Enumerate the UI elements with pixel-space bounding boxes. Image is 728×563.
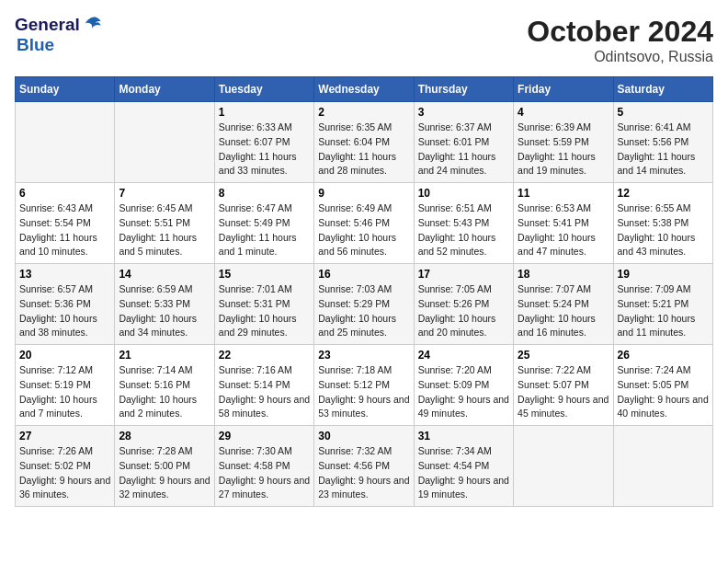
table-row: 16 Sunrise: 7:03 AMSunset: 5:29 PMDaylig… (314, 264, 414, 345)
logo: General Blue (15, 15, 102, 55)
logo-general: General (15, 15, 80, 35)
logo-blue: Blue (17, 35, 54, 54)
day-number: 30 (318, 430, 409, 442)
day-number: 11 (518, 187, 609, 200)
table-row: 20 Sunrise: 7:12 AMSunset: 5:19 PMDaylig… (16, 345, 115, 426)
day-number: 9 (318, 187, 409, 200)
day-info: Sunrise: 7:30 AMSunset: 4:58 PMDaylight:… (219, 445, 310, 500)
day-info: Sunrise: 7:07 AMSunset: 5:24 PMDaylight:… (518, 283, 596, 338)
table-row: 10 Sunrise: 6:51 AMSunset: 5:43 PMDaylig… (414, 183, 513, 264)
table-row: 29 Sunrise: 7:30 AMSunset: 4:58 PMDaylig… (214, 426, 313, 507)
day-number: 18 (518, 268, 609, 281)
day-number: 26 (618, 349, 709, 362)
day-info: Sunrise: 7:34 AMSunset: 4:54 PMDaylight:… (418, 445, 509, 500)
day-info: Sunrise: 6:43 AMSunset: 5:54 PMDaylight:… (19, 202, 97, 257)
logo-bird-icon (82, 15, 102, 35)
day-info: Sunrise: 6:41 AMSunset: 5:56 PMDaylight:… (618, 121, 696, 176)
day-info: Sunrise: 6:59 AMSunset: 5:33 PMDaylight:… (119, 283, 197, 338)
day-info: Sunrise: 7:24 AMSunset: 5:05 PMDaylight:… (618, 364, 709, 419)
table-row: 31 Sunrise: 7:34 AMSunset: 4:54 PMDaylig… (414, 426, 513, 507)
day-info: Sunrise: 6:37 AMSunset: 6:01 PMDaylight:… (418, 121, 496, 176)
day-info: Sunrise: 7:16 AMSunset: 5:14 PMDaylight:… (219, 364, 310, 419)
day-number: 25 (518, 349, 609, 362)
table-row: 21 Sunrise: 7:14 AMSunset: 5:16 PMDaylig… (115, 345, 214, 426)
table-row: 13 Sunrise: 6:57 AMSunset: 5:36 PMDaylig… (16, 264, 115, 345)
header-wednesday: Wednesday (314, 77, 414, 102)
table-row: 8 Sunrise: 6:47 AMSunset: 5:49 PMDayligh… (214, 183, 313, 264)
day-info: Sunrise: 6:51 AMSunset: 5:43 PMDaylight:… (418, 202, 496, 257)
day-info: Sunrise: 7:26 AMSunset: 5:02 PMDaylight:… (19, 445, 110, 500)
day-info: Sunrise: 6:35 AMSunset: 6:04 PMDaylight:… (318, 121, 396, 176)
location: Odintsovo, Russia (527, 49, 713, 65)
day-info: Sunrise: 7:32 AMSunset: 4:56 PMDaylight:… (318, 445, 409, 500)
day-info: Sunrise: 7:14 AMSunset: 5:16 PMDaylight:… (119, 364, 197, 419)
month-title: October 2024 (527, 15, 713, 49)
day-info: Sunrise: 7:18 AMSunset: 5:12 PMDaylight:… (318, 364, 409, 419)
day-info: Sunrise: 7:03 AMSunset: 5:29 PMDaylight:… (318, 283, 396, 338)
day-number: 27 (19, 430, 110, 442)
day-info: Sunrise: 7:20 AMSunset: 5:09 PMDaylight:… (418, 364, 509, 419)
table-row: 11 Sunrise: 6:53 AMSunset: 5:41 PMDaylig… (514, 183, 613, 264)
day-number: 28 (119, 430, 210, 442)
calendar-week-row: 6 Sunrise: 6:43 AMSunset: 5:54 PMDayligh… (16, 183, 713, 264)
table-row: 1 Sunrise: 6:33 AMSunset: 6:07 PMDayligh… (214, 102, 313, 183)
table-row: 9 Sunrise: 6:49 AMSunset: 5:46 PMDayligh… (314, 183, 414, 264)
header-saturday: Saturday (613, 77, 712, 102)
table-row: 6 Sunrise: 6:43 AMSunset: 5:54 PMDayligh… (16, 183, 115, 264)
day-info: Sunrise: 6:45 AMSunset: 5:51 PMDaylight:… (119, 202, 197, 257)
page-header: General Blue October 2024 Odintsovo, Rus… (15, 15, 713, 65)
day-number: 1 (219, 106, 310, 119)
table-row: 17 Sunrise: 7:05 AMSunset: 5:26 PMDaylig… (414, 264, 513, 345)
day-number: 7 (119, 187, 210, 200)
table-row: 14 Sunrise: 6:59 AMSunset: 5:33 PMDaylig… (115, 264, 214, 345)
table-row: 2 Sunrise: 6:35 AMSunset: 6:04 PMDayligh… (314, 102, 414, 183)
day-info: Sunrise: 7:22 AMSunset: 5:07 PMDaylight:… (518, 364, 609, 419)
day-info: Sunrise: 7:28 AMSunset: 5:00 PMDaylight:… (119, 445, 210, 500)
table-row (613, 426, 712, 507)
day-info: Sunrise: 7:05 AMSunset: 5:26 PMDaylight:… (418, 283, 496, 338)
calendar-week-row: 20 Sunrise: 7:12 AMSunset: 5:19 PMDaylig… (16, 345, 713, 426)
day-info: Sunrise: 6:53 AMSunset: 5:41 PMDaylight:… (518, 202, 596, 257)
calendar-week-row: 13 Sunrise: 6:57 AMSunset: 5:36 PMDaylig… (16, 264, 713, 345)
table-row: 28 Sunrise: 7:28 AMSunset: 5:00 PMDaylig… (115, 426, 214, 507)
day-number: 31 (418, 430, 509, 442)
day-info: Sunrise: 6:39 AMSunset: 5:59 PMDaylight:… (518, 121, 596, 176)
day-number: 15 (219, 268, 310, 281)
day-number: 2 (318, 106, 409, 119)
table-row: 30 Sunrise: 7:32 AMSunset: 4:56 PMDaylig… (314, 426, 414, 507)
calendar-week-row: 27 Sunrise: 7:26 AMSunset: 5:02 PMDaylig… (16, 426, 713, 507)
day-number: 6 (19, 187, 110, 200)
title-block: October 2024 Odintsovo, Russia (527, 15, 713, 65)
day-number: 21 (119, 349, 210, 362)
table-row: 19 Sunrise: 7:09 AMSunset: 5:21 PMDaylig… (613, 264, 712, 345)
day-number: 8 (219, 187, 310, 200)
table-row: 4 Sunrise: 6:39 AMSunset: 5:59 PMDayligh… (514, 102, 613, 183)
day-info: Sunrise: 6:57 AMSunset: 5:36 PMDaylight:… (19, 283, 97, 338)
header-thursday: Thursday (414, 77, 513, 102)
header-monday: Monday (115, 77, 214, 102)
day-number: 14 (119, 268, 210, 281)
weekday-header-row: Sunday Monday Tuesday Wednesday Thursday… (16, 77, 713, 102)
day-number: 20 (19, 349, 110, 362)
table-row: 12 Sunrise: 6:55 AMSunset: 5:38 PMDaylig… (613, 183, 712, 264)
table-row (16, 102, 115, 183)
table-row: 3 Sunrise: 6:37 AMSunset: 6:01 PMDayligh… (414, 102, 513, 183)
table-row: 15 Sunrise: 7:01 AMSunset: 5:31 PMDaylig… (214, 264, 313, 345)
table-row: 27 Sunrise: 7:26 AMSunset: 5:02 PMDaylig… (16, 426, 115, 507)
day-number: 17 (418, 268, 509, 281)
day-number: 4 (518, 106, 609, 119)
table-row: 24 Sunrise: 7:20 AMSunset: 5:09 PMDaylig… (414, 345, 513, 426)
table-row: 18 Sunrise: 7:07 AMSunset: 5:24 PMDaylig… (514, 264, 613, 345)
calendar-week-row: 1 Sunrise: 6:33 AMSunset: 6:07 PMDayligh… (16, 102, 713, 183)
header-tuesday: Tuesday (214, 77, 313, 102)
day-info: Sunrise: 6:55 AMSunset: 5:38 PMDaylight:… (618, 202, 696, 257)
day-info: Sunrise: 7:09 AMSunset: 5:21 PMDaylight:… (618, 283, 696, 338)
day-number: 24 (418, 349, 509, 362)
table-row: 22 Sunrise: 7:16 AMSunset: 5:14 PMDaylig… (214, 345, 313, 426)
day-number: 29 (219, 430, 310, 442)
day-number: 12 (618, 187, 709, 200)
table-row: 23 Sunrise: 7:18 AMSunset: 5:12 PMDaylig… (314, 345, 414, 426)
table-row: 25 Sunrise: 7:22 AMSunset: 5:07 PMDaylig… (514, 345, 613, 426)
day-info: Sunrise: 6:49 AMSunset: 5:46 PMDaylight:… (318, 202, 396, 257)
table-row: 7 Sunrise: 6:45 AMSunset: 5:51 PMDayligh… (115, 183, 214, 264)
